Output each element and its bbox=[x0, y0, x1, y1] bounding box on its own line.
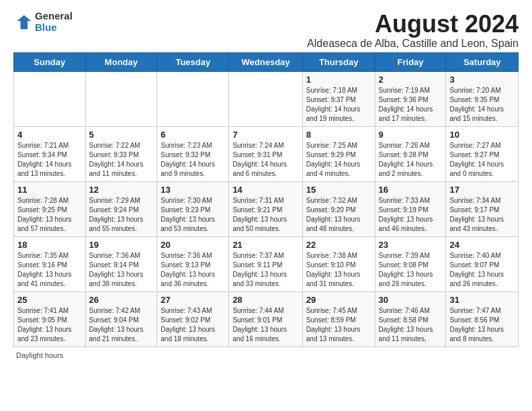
day-number: 30 bbox=[379, 295, 443, 305]
day-detail: Sunrise: 7:34 AMSunset: 9:17 PMDaylight:… bbox=[449, 196, 515, 234]
calendar-cell: 10Sunrise: 7:27 AMSunset: 9:27 PMDayligh… bbox=[446, 126, 519, 181]
calendar-cell: 8Sunrise: 7:25 AMSunset: 9:29 PMDaylight… bbox=[302, 126, 375, 181]
day-number: 16 bbox=[379, 185, 443, 195]
day-detail: Sunrise: 7:42 AMSunset: 9:04 PMDaylight:… bbox=[89, 306, 154, 344]
calendar-cell: 30Sunrise: 7:46 AMSunset: 8:58 PMDayligh… bbox=[375, 291, 446, 347]
day-detail: Sunrise: 7:27 AMSunset: 9:27 PMDaylight:… bbox=[449, 141, 515, 179]
calendar-cell: 6Sunrise: 7:23 AMSunset: 9:32 PMDaylight… bbox=[157, 126, 229, 181]
calendar-cell: 17Sunrise: 7:34 AMSunset: 9:17 PMDayligh… bbox=[446, 181, 519, 236]
page-subtitle: Aldeaseca de Alba, Castille and Leon, Sp… bbox=[307, 38, 519, 50]
logo-text: General Blue bbox=[35, 11, 73, 33]
calendar-cell: 18Sunrise: 7:35 AMSunset: 9:16 PMDayligh… bbox=[14, 236, 86, 291]
column-header-tuesday: Tuesday bbox=[157, 52, 229, 71]
day-number: 7 bbox=[232, 130, 298, 140]
calendar-cell: 4Sunrise: 7:21 AMSunset: 9:34 PMDaylight… bbox=[14, 126, 86, 181]
calendar-cell: 14Sunrise: 7:31 AMSunset: 9:21 PMDayligh… bbox=[229, 181, 302, 236]
day-number: 2 bbox=[379, 75, 443, 85]
day-number: 15 bbox=[306, 185, 371, 195]
calendar-cell: 20Sunrise: 7:36 AMSunset: 9:13 PMDayligh… bbox=[157, 236, 229, 291]
day-detail: Sunrise: 7:26 AMSunset: 9:28 PMDaylight:… bbox=[379, 141, 443, 179]
day-detail: Sunrise: 7:22 AMSunset: 9:33 PMDaylight:… bbox=[89, 141, 154, 179]
day-detail: Sunrise: 7:32 AMSunset: 9:20 PMDaylight:… bbox=[306, 196, 371, 234]
calendar-cell: 12Sunrise: 7:29 AMSunset: 9:24 PMDayligh… bbox=[85, 181, 157, 236]
day-number: 9 bbox=[379, 130, 443, 140]
day-number: 8 bbox=[306, 130, 371, 140]
logo: General Blue bbox=[13, 11, 73, 33]
day-detail: Sunrise: 7:44 AMSunset: 9:01 PMDaylight:… bbox=[232, 306, 298, 344]
day-detail: Sunrise: 7:40 AMSunset: 9:07 PMDaylight:… bbox=[449, 251, 515, 289]
day-detail: Sunrise: 7:41 AMSunset: 9:05 PMDaylight:… bbox=[17, 306, 82, 344]
day-detail: Sunrise: 7:47 AMSunset: 8:56 PMDaylight:… bbox=[449, 306, 515, 344]
day-detail: Sunrise: 7:38 AMSunset: 9:10 PMDaylight:… bbox=[306, 251, 371, 289]
calendar-cell: 1Sunrise: 7:18 AMSunset: 9:37 PMDaylight… bbox=[302, 71, 375, 126]
day-detail: Sunrise: 7:20 AMSunset: 9:35 PMDaylight:… bbox=[449, 86, 515, 124]
day-number: 17 bbox=[449, 185, 515, 195]
calendar-cell: 13Sunrise: 7:30 AMSunset: 9:23 PMDayligh… bbox=[157, 181, 229, 236]
day-detail: Sunrise: 7:46 AMSunset: 8:58 PMDaylight:… bbox=[379, 306, 443, 344]
calendar-cell: 31Sunrise: 7:47 AMSunset: 8:56 PMDayligh… bbox=[446, 291, 519, 347]
header-row: SundayMondayTuesdayWednesdayThursdayFrid… bbox=[14, 52, 519, 71]
calendar-cell bbox=[14, 71, 86, 126]
calendar-cell: 24Sunrise: 7:40 AMSunset: 9:07 PMDayligh… bbox=[446, 236, 519, 291]
calendar-header: SundayMondayTuesdayWednesdayThursdayFrid… bbox=[14, 52, 519, 71]
day-detail: Sunrise: 7:30 AMSunset: 9:23 PMDaylight:… bbox=[161, 196, 225, 234]
calendar-week-5: 25Sunrise: 7:41 AMSunset: 9:05 PMDayligh… bbox=[14, 291, 519, 347]
day-number: 28 bbox=[232, 295, 298, 305]
calendar-cell: 7Sunrise: 7:24 AMSunset: 9:31 PMDaylight… bbox=[229, 126, 302, 181]
calendar-week-2: 4Sunrise: 7:21 AMSunset: 9:34 PMDaylight… bbox=[14, 126, 519, 181]
calendar-cell: 27Sunrise: 7:43 AMSunset: 9:02 PMDayligh… bbox=[157, 291, 229, 347]
day-number: 25 bbox=[17, 295, 82, 305]
day-detail: Sunrise: 7:37 AMSunset: 9:11 PMDaylight:… bbox=[232, 251, 298, 289]
column-header-wednesday: Wednesday bbox=[229, 52, 302, 71]
calendar-table: SundayMondayTuesdayWednesdayThursdayFrid… bbox=[13, 52, 519, 347]
footer-text: Daylight hours bbox=[16, 351, 63, 359]
calendar-cell: 21Sunrise: 7:37 AMSunset: 9:11 PMDayligh… bbox=[229, 236, 302, 291]
column-header-saturday: Saturday bbox=[446, 52, 519, 71]
day-detail: Sunrise: 7:36 AMSunset: 9:13 PMDaylight:… bbox=[161, 251, 225, 289]
day-detail: Sunrise: 7:45 AMSunset: 8:59 PMDaylight:… bbox=[306, 306, 371, 344]
calendar-cell bbox=[157, 71, 229, 126]
day-number: 4 bbox=[17, 130, 82, 140]
day-detail: Sunrise: 7:25 AMSunset: 9:29 PMDaylight:… bbox=[306, 141, 371, 179]
day-detail: Sunrise: 7:21 AMSunset: 9:34 PMDaylight:… bbox=[17, 141, 82, 179]
calendar-body: 1Sunrise: 7:18 AMSunset: 9:37 PMDaylight… bbox=[14, 71, 519, 347]
calendar-week-4: 18Sunrise: 7:35 AMSunset: 9:16 PMDayligh… bbox=[14, 236, 519, 291]
logo-line2: Blue bbox=[35, 22, 73, 34]
calendar-cell: 11Sunrise: 7:28 AMSunset: 9:25 PMDayligh… bbox=[14, 181, 86, 236]
calendar-cell: 29Sunrise: 7:45 AMSunset: 8:59 PMDayligh… bbox=[302, 291, 375, 347]
logo-icon bbox=[13, 13, 32, 32]
page-title: August 2024 bbox=[307, 11, 519, 38]
calendar-cell: 26Sunrise: 7:42 AMSunset: 9:04 PMDayligh… bbox=[85, 291, 157, 347]
day-number: 5 bbox=[89, 130, 154, 140]
day-number: 1 bbox=[306, 75, 371, 85]
day-number: 12 bbox=[89, 185, 154, 195]
calendar-cell: 28Sunrise: 7:44 AMSunset: 9:01 PMDayligh… bbox=[229, 291, 302, 347]
day-detail: Sunrise: 7:28 AMSunset: 9:25 PMDaylight:… bbox=[17, 196, 82, 234]
calendar-week-1: 1Sunrise: 7:18 AMSunset: 9:37 PMDaylight… bbox=[14, 71, 519, 126]
day-number: 31 bbox=[449, 295, 515, 305]
column-header-friday: Friday bbox=[375, 52, 446, 71]
calendar-cell bbox=[85, 71, 157, 126]
day-number: 22 bbox=[306, 240, 371, 250]
day-number: 10 bbox=[449, 130, 515, 140]
calendar-cell: 16Sunrise: 7:33 AMSunset: 9:19 PMDayligh… bbox=[375, 181, 446, 236]
calendar-week-3: 11Sunrise: 7:28 AMSunset: 9:25 PMDayligh… bbox=[14, 181, 519, 236]
day-number: 27 bbox=[161, 295, 225, 305]
day-number: 11 bbox=[17, 185, 82, 195]
day-detail: Sunrise: 7:19 AMSunset: 9:36 PMDaylight:… bbox=[379, 86, 443, 124]
column-header-sunday: Sunday bbox=[14, 52, 86, 71]
header: General Blue August 2024 Aldeaseca de Al… bbox=[13, 11, 519, 50]
day-detail: Sunrise: 7:36 AMSunset: 9:14 PMDaylight:… bbox=[89, 251, 154, 289]
day-number: 23 bbox=[379, 240, 443, 250]
calendar-cell: 19Sunrise: 7:36 AMSunset: 9:14 PMDayligh… bbox=[85, 236, 157, 291]
calendar-cell: 25Sunrise: 7:41 AMSunset: 9:05 PMDayligh… bbox=[14, 291, 86, 347]
calendar-cell: 9Sunrise: 7:26 AMSunset: 9:28 PMDaylight… bbox=[375, 126, 446, 181]
day-number: 14 bbox=[232, 185, 298, 195]
calendar-cell: 2Sunrise: 7:19 AMSunset: 9:36 PMDaylight… bbox=[375, 71, 446, 126]
day-detail: Sunrise: 7:24 AMSunset: 9:31 PMDaylight:… bbox=[232, 141, 298, 179]
day-detail: Sunrise: 7:31 AMSunset: 9:21 PMDaylight:… bbox=[232, 196, 298, 234]
day-detail: Sunrise: 7:23 AMSunset: 9:32 PMDaylight:… bbox=[161, 141, 225, 179]
day-detail: Sunrise: 7:43 AMSunset: 9:02 PMDaylight:… bbox=[161, 306, 225, 344]
title-block: August 2024 Aldeaseca de Alba, Castille … bbox=[307, 11, 519, 50]
day-detail: Sunrise: 7:29 AMSunset: 9:24 PMDaylight:… bbox=[89, 196, 154, 234]
